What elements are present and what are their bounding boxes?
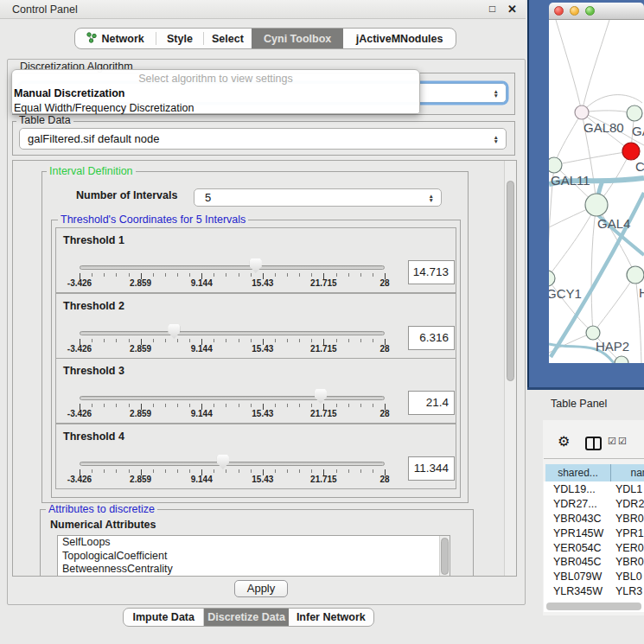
tick-mark [153,339,154,342]
cell-name[interactable]: YBR0 [611,556,644,568]
threshold-value-field[interactable]: 6.316 [408,326,455,350]
table-row[interactable]: YDL19...YDL1 [545,482,644,497]
traffic-light-close-icon[interactable] [554,6,564,16]
tab-network[interactable]: Network [75,29,156,48]
network-node-gal80[interactable] [575,105,589,119]
tick-label: 2.859 [130,409,151,418]
threshold-value-field[interactable]: 21.4 [408,391,455,415]
threshold-slider-thumb[interactable] [250,258,262,273]
float-window-icon[interactable]: □ [489,3,495,15]
cell-name[interactable]: YBR0 [611,513,644,525]
number-of-intervals-combobox[interactable]: 5 ▲▼ [194,188,442,207]
table-row[interactable]: YBR045CYBR0 [545,555,644,570]
cell-shared-name[interactable]: YER054C [545,542,611,554]
panel-scrollbar-thumb[interactable] [507,181,514,381]
tab-impute-data[interactable]: Impute Data [124,609,204,626]
tick-mark [311,404,312,407]
network-node-gcy1[interactable] [549,271,555,286]
cell-name[interactable]: YER0 [611,542,644,554]
tick-mark [360,339,361,342]
apply-button[interactable]: Apply [234,580,288,597]
cell-shared-name[interactable]: YIL052C [545,600,611,602]
tab-discretize-data[interactable]: Discretize Data [204,609,288,626]
cell-name[interactable]: YLR3 [611,585,642,597]
table-row[interactable]: YER054CYER0 [545,540,644,555]
cell-name[interactable]: YBL0 [611,571,642,583]
list-item[interactable]: BetweennessCentrality [58,563,450,577]
cell-name[interactable]: YPR1 [611,527,644,539]
threshold-label: Threshold 2 [63,300,124,312]
column-header-name[interactable]: name [611,464,644,481]
cell-shared-name[interactable]: YBR043C [545,513,611,525]
tab-cyni-toolbox[interactable]: Cyni Toolbox [252,29,343,48]
table-row[interactable]: YDR27...YDR2 [545,497,644,512]
tab-infer-network[interactable]: Infer Network [289,609,373,626]
cell-shared-name[interactable]: YBR045C [545,556,611,568]
table-rows: YDL19...YDL1YDR27...YDR2YBR043CYBR0YPR14… [545,482,644,602]
network-node-c[interactable] [622,143,640,160]
stepper-arrows-icon[interactable]: ▲▼ [494,89,499,98]
list-item[interactable]: TopologicalCoefficient [58,550,450,564]
column-header-shared-[interactable]: shared... [545,464,610,481]
table-row[interactable]: YBL079WYBL0 [545,570,644,584]
tab-select[interactable]: Select [204,29,252,48]
list-item[interactable]: SelfLoops [58,536,450,550]
gear-icon[interactable]: ⚙ [558,433,570,450]
stepper-arrows-icon[interactable]: ▲▼ [429,194,434,202]
network-node-gal11[interactable] [549,157,562,173]
threshold-value-field[interactable]: 11.344 [408,456,455,481]
close-window-icon[interactable]: ✕ [507,3,517,16]
panel-scrollbar[interactable] [504,161,516,576]
threshold-slider-track[interactable] [80,265,385,270]
network-node-h[interactable] [627,266,644,284]
network-node-hap2[interactable] [586,326,600,340]
dropdown-option-manual-discretization[interactable]: Manual Discretization [12,86,419,101]
cell-name[interactable]: YIL0 [611,600,638,602]
horizontal-scrollbar-thumb[interactable] [546,603,641,610]
network-view-canvas[interactable]: GAL80GALCGAL11GAL4GCY1HHAP2 [549,20,644,363]
traffic-light-minimize-icon[interactable] [570,6,579,16]
table-data-combobox[interactable]: galFiltered.sif default node ▲▼ [19,128,507,150]
column-layout-icon[interactable] [585,437,602,450]
tick-mark [336,273,337,277]
cell-shared-name[interactable]: YDL19... [545,483,611,495]
threshold-slider-thumb[interactable] [315,389,327,404]
checkbox-columns-icon[interactable]: ☑☑ [608,436,628,447]
threshold-slider-track[interactable] [80,462,385,466]
threshold-slider-thumb[interactable] [168,324,180,339]
cell-shared-name[interactable]: YLR345W [545,585,611,597]
tab-style[interactable]: Style [156,29,203,48]
threshold-slider-track[interactable] [80,396,385,400]
cell-name[interactable]: YDL1 [611,483,642,495]
tick-mark [104,404,105,407]
list-scrollbar[interactable] [439,536,450,577]
network-node-gal4[interactable] [585,194,608,216]
network-edges [549,20,644,363]
cell-shared-name[interactable]: YDR27... [545,498,611,510]
cell-shared-name[interactable]: YBL079W [545,571,611,583]
cell-shared-name[interactable]: YPR145W [545,527,611,539]
tick-label: -3.426 [67,344,92,354]
tick-label: 9.144 [191,278,213,288]
network-window-titlebar[interactable] [549,3,644,20]
network-node[interactable] [615,356,628,363]
table-row[interactable]: YBR043CYBR0 [545,512,644,526]
table-row[interactable]: YLR345WYLR3 [545,584,644,599]
algorithm-dropdown-popup: Select algorithm to view settings Manual… [11,69,420,114]
numerical-attributes-list[interactable]: SelfLoopsTopologicalCoefficientBetweenne… [57,535,450,577]
tick-mark [373,273,373,277]
network-node-gal[interactable] [627,105,642,121]
table-row[interactable]: YIL052CYIL0 [545,598,644,602]
threshold-slider-track[interactable] [80,331,385,335]
threshold-panel-2: Threshold 2-3.4262.8599.14415.4321.71528… [55,293,456,359]
stepper-arrows-icon[interactable]: ▲▼ [494,135,499,143]
threshold-slider-thumb[interactable] [217,455,229,469]
tick-mark [226,469,226,473]
tab-jactivemnodules[interactable]: jActiveMNodules [343,29,456,48]
dropdown-option-equal-width-frequency-discretization[interactable]: Equal Width/Frequency Discretization [12,101,419,116]
tick-label: 9.144 [191,475,213,484]
traffic-light-zoom-icon[interactable] [585,6,595,16]
table-row[interactable]: YPR145WYPR1 [545,526,644,540]
threshold-value-field[interactable]: 14.713 [408,260,455,284]
cell-name[interactable]: YDR2 [611,498,644,510]
